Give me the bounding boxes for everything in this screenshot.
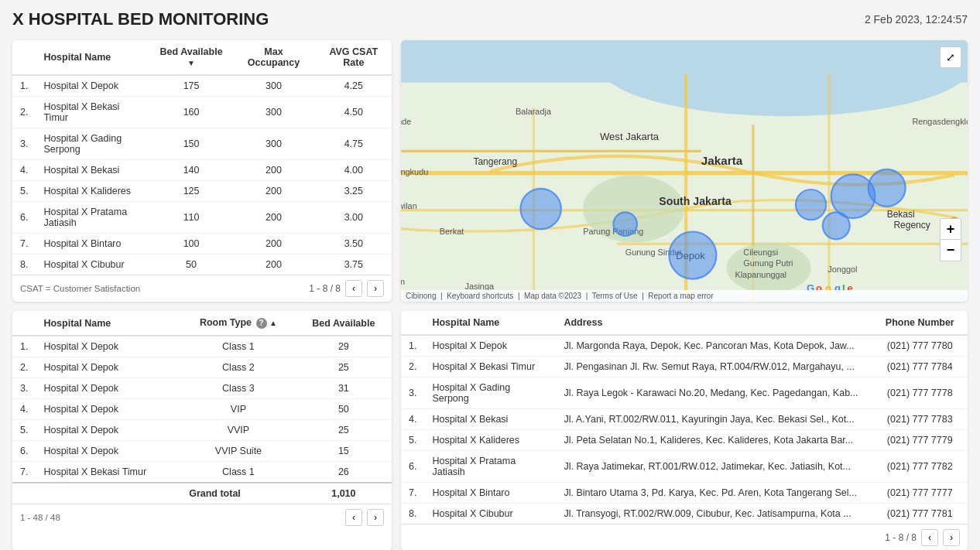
hospital-name: Hospital X Depok — [36, 378, 181, 399]
svg-text:Jonggol: Jonggol — [828, 265, 857, 274]
hospital-name: Hospital X Depok — [36, 420, 181, 441]
max-occupancy: 300 — [231, 128, 315, 160]
row-num: 4. — [12, 399, 36, 420]
map-zoom-in-btn[interactable]: + — [940, 218, 961, 240]
table-row: 7. Hospital X Bekasi Timur Class 1 26 — [12, 462, 392, 483]
phone-number: (021) 777 7784 — [872, 357, 968, 377]
table-row: 1. Hospital X Depok 175 300 4.25 — [12, 75, 392, 97]
table-row: 6. Hospital X Pratama Jatiasih Jl. Raya … — [401, 451, 968, 483]
row-num: 2. — [401, 357, 424, 377]
svg-point-39 — [796, 190, 826, 220]
bottom-left-next-btn[interactable]: › — [367, 509, 384, 526]
bed-available: 50 — [151, 255, 232, 275]
row-num: 7. — [12, 234, 36, 255]
phone-number: (021) 777 7777 — [872, 483, 968, 504]
room-type-info-icon[interactable]: ? — [256, 318, 267, 329]
row-num: 3. — [401, 377, 424, 409]
svg-point-38 — [869, 169, 906, 207]
top-table-page-info: 1 - 8 / 8 — [309, 283, 341, 294]
table-row: 2. Hospital X Bekasi Timur Jl. Pengasina… — [401, 357, 968, 377]
bed-available: 100 — [151, 234, 232, 255]
max-occupancy: 200 — [231, 202, 315, 234]
col-num — [12, 40, 36, 75]
hospital-name: Hospital X Depok — [36, 75, 150, 97]
bed-available: 125 — [151, 181, 232, 202]
map-fullscreen-btn[interactable]: ⤢ — [940, 46, 961, 68]
bottom-left-prev-btn[interactable]: ‹ — [345, 509, 362, 526]
table-row: 8. Hospital X Cibubur Jl. Transyogi, RT.… — [401, 504, 968, 524]
hospital-name: Hospital X Cibubur — [424, 504, 556, 524]
hospital-name: Hospital X Gading Serpong — [36, 128, 150, 160]
row-num: 6. — [12, 202, 36, 234]
row-num: 1. — [12, 336, 36, 357]
phone-number: (021) 777 7781 — [872, 504, 968, 524]
bed-available: 50 — [296, 399, 392, 420]
hospital-name: Hospital X Depok — [424, 335, 556, 357]
svg-text:Jawilan: Jawilan — [401, 201, 417, 210]
svg-text:Rengasdengklo: Rengasdengklo — [912, 117, 968, 126]
bed-availability-table: Hospital Name Bed Available ▼ Max Occupa… — [12, 40, 392, 302]
table-row: 1. Hospital X Depok Jl. Margonda Raya, D… — [401, 335, 968, 357]
csat-rate: 4.75 — [316, 128, 392, 160]
top-table-next-btn[interactable]: › — [367, 280, 384, 297]
address: Jl. Bintaro Utama 3, Pd. Karya, Kec. Pd.… — [556, 483, 872, 504]
table-row: 6. Hospital X Depok VVIP Suite 15 — [12, 441, 392, 462]
map-zoom-out-btn[interactable]: − — [940, 240, 961, 261]
map-container[interactable]: Tangerang West Jakarta Jakarta South Jak… — [401, 40, 968, 302]
bed-available: 140 — [151, 160, 232, 181]
grand-total-label: Grand total — [181, 483, 296, 504]
table-row: 2. Hospital X Bekasi Timur 160 300 4.50 — [12, 97, 392, 128]
hospital-name: Hospital X Pratama Jatiasih — [36, 202, 150, 234]
max-occupancy: 200 — [231, 255, 315, 275]
row-num: 1. — [401, 335, 424, 357]
svg-text:Cileungsi: Cileungsi — [743, 248, 778, 257]
col-csat-rate: AVG CSAT Rate — [316, 40, 392, 75]
hospital-name: Hospital X Bintaro — [36, 234, 150, 255]
address: Jl. Transyogi, RT.002/RW.009, Cibubur, K… — [556, 504, 872, 524]
bottom-right-prev-btn[interactable]: ‹ — [921, 529, 938, 546]
col-bed-available[interactable]: Bed Available ▼ — [151, 40, 232, 75]
top-table-prev-btn[interactable]: ‹ — [345, 280, 362, 297]
row-num: 2. — [12, 97, 36, 128]
max-occupancy: 300 — [231, 97, 315, 128]
header-datetime: 2 Feb 2023, 12:24:57 — [865, 13, 968, 26]
bed-available: 15 — [296, 441, 392, 462]
hospital-name: Hospital X Bintaro — [424, 483, 556, 504]
table-row: 5. Hospital X Depok VVIP 25 — [12, 420, 392, 441]
top-table-pagination: 1 - 8 / 8 ‹ › — [309, 280, 384, 297]
svg-point-37 — [520, 189, 560, 229]
col-hospital-name: Hospital Name — [36, 40, 150, 75]
row-num: 8. — [401, 504, 424, 524]
room-type: Class 1 — [181, 462, 296, 483]
grand-total-value: 1,010 — [296, 483, 392, 504]
svg-text:South Jakarta: South Jakarta — [659, 195, 732, 207]
row-num: 6. — [401, 451, 424, 483]
csat-note: CSAT = Customer Satisfaction — [20, 284, 140, 293]
room-type: Class 3 — [181, 378, 296, 399]
max-occupancy: 200 — [231, 234, 315, 255]
row-num: 5. — [12, 181, 36, 202]
phone-number: (021) 777 7778 — [872, 377, 968, 409]
row-num: 6. — [12, 441, 36, 462]
row-num: 1. — [12, 75, 36, 97]
table-row: 3. Hospital X Gading Serpong 150 300 4.7… — [12, 128, 392, 160]
col-num-br — [401, 311, 424, 335]
room-type: VVIP Suite — [181, 441, 296, 462]
col-hospital-br: Hospital Name — [424, 311, 556, 335]
table-row: 2. Hospital X Depok Class 2 25 — [12, 357, 392, 378]
bed-available: 25 — [296, 357, 392, 378]
col-room-type[interactable]: Room Type ? ▲ — [181, 311, 296, 336]
address: Jl. Raya Jatimekar, RT.001/RW.012, Jatim… — [556, 451, 872, 483]
svg-text:Gunung Putri: Gunung Putri — [743, 258, 793, 268]
table-row: 5. Hospital X Kalideres Jl. Peta Selatan… — [401, 430, 968, 451]
csat-rate: 3.75 — [316, 255, 392, 275]
svg-rect-7 — [617, 243, 968, 245]
room-type: VVIP — [181, 420, 296, 441]
bottom-right-next-btn[interactable]: › — [943, 529, 960, 546]
svg-text:Klapanunggal: Klapanunggal — [735, 270, 786, 279]
csat-rate: 3.50 — [316, 234, 392, 255]
table-row: 7. Hospital X Bintaro Jl. Bintaro Utama … — [401, 483, 968, 504]
table-row: 5. Hospital X Kalideres 125 200 3.25 — [12, 181, 392, 202]
hospital-name: Hospital X Depok — [36, 336, 181, 357]
max-occupancy: 300 — [231, 75, 315, 97]
